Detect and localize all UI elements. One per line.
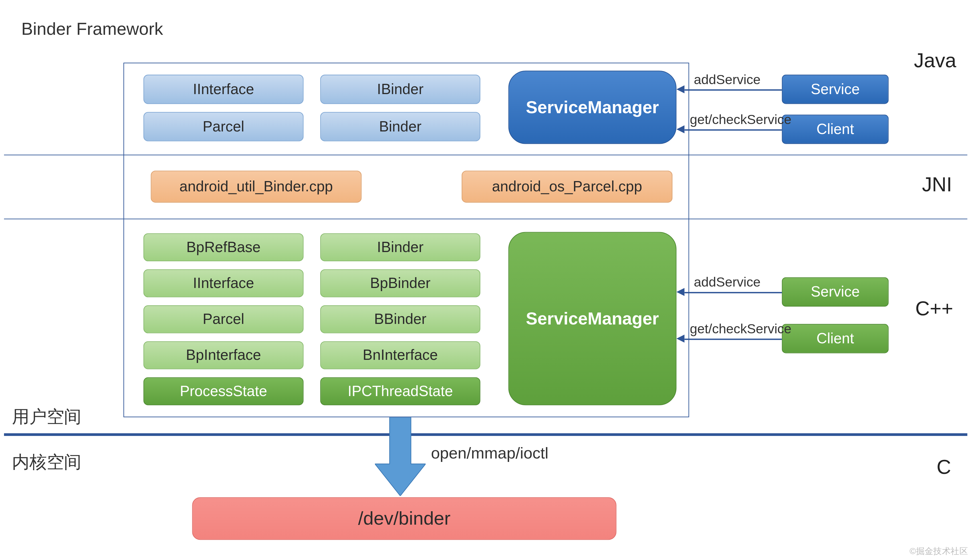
arrow-head-java-getservice bbox=[676, 125, 684, 133]
layer-label-java: Java bbox=[914, 49, 956, 72]
java-binder-box: Binder bbox=[320, 112, 480, 142]
kernel-ops-label: open/mmap/ioctl bbox=[431, 444, 549, 462]
label-cpp-getservice: get/checkService bbox=[690, 321, 791, 337]
cpp-ibinder-box: IBinder bbox=[320, 233, 480, 261]
cpp-bpinterface-box: BpInterface bbox=[144, 341, 304, 369]
java-client-box: Client bbox=[782, 115, 889, 144]
arrow-head-java-addservice bbox=[676, 85, 684, 93]
cpp-bprefbase-box: BpRefBase bbox=[144, 233, 304, 261]
kernel-space-label: 内核空间 bbox=[12, 450, 81, 474]
user-space-label: 用户空间 bbox=[12, 405, 81, 428]
cpp-iinterface-box: IInterface bbox=[144, 269, 304, 297]
cpp-client-box: Client bbox=[782, 324, 889, 353]
layer-label-jni: JNI bbox=[922, 173, 952, 196]
layer-label-c: C bbox=[937, 456, 951, 478]
arrow-head-cpp-addservice bbox=[676, 288, 684, 296]
java-ibinder-box: IBinder bbox=[320, 75, 480, 104]
cpp-ipcthreadstate-box: IPCThreadState bbox=[320, 377, 480, 405]
label-java-addservice: addService bbox=[694, 72, 761, 87]
jni-parcel-cpp-box: android_os_Parcel.cpp bbox=[462, 170, 673, 202]
java-iinterface-box: IInterface bbox=[144, 75, 304, 104]
dev-binder-box: /dev/binder bbox=[192, 497, 616, 540]
label-cpp-addservice: addService bbox=[694, 275, 761, 290]
arrow-cpp-addservice bbox=[684, 292, 782, 293]
cpp-processstate-box: ProcessState bbox=[144, 377, 304, 405]
watermark-text: ©掘金技术社区 bbox=[910, 545, 968, 557]
arrow-cpp-getservice bbox=[684, 339, 782, 340]
separator-jni-cpp bbox=[4, 219, 967, 219]
jni-binder-cpp-box: android_util_Binder.cpp bbox=[151, 170, 361, 202]
cpp-bninterface-box: BnInterface bbox=[320, 341, 480, 369]
layer-label-cpp: C++ bbox=[915, 297, 953, 320]
arrow-head-cpp-getservice bbox=[676, 335, 684, 343]
label-java-getservice: get/checkService bbox=[690, 112, 791, 127]
separator-java-jni bbox=[4, 155, 967, 155]
diagram-title: Binder Framework bbox=[22, 18, 163, 39]
separator-user-kernel bbox=[4, 433, 967, 436]
java-parcel-box: Parcel bbox=[144, 112, 304, 142]
down-arrow-icon bbox=[375, 417, 426, 496]
java-servicemanager-box: ServiceManager bbox=[508, 71, 676, 144]
cpp-bpbinder-box: BpBinder bbox=[320, 269, 480, 297]
cpp-bbinder-box: BBinder bbox=[320, 305, 480, 333]
arrow-java-getservice bbox=[684, 130, 782, 131]
cpp-parcel-box: Parcel bbox=[144, 305, 304, 333]
cpp-service-box: Service bbox=[782, 277, 889, 307]
arrow-java-addservice bbox=[684, 89, 782, 90]
cpp-servicemanager-box: ServiceManager bbox=[508, 232, 676, 405]
java-service-box: Service bbox=[782, 75, 889, 104]
